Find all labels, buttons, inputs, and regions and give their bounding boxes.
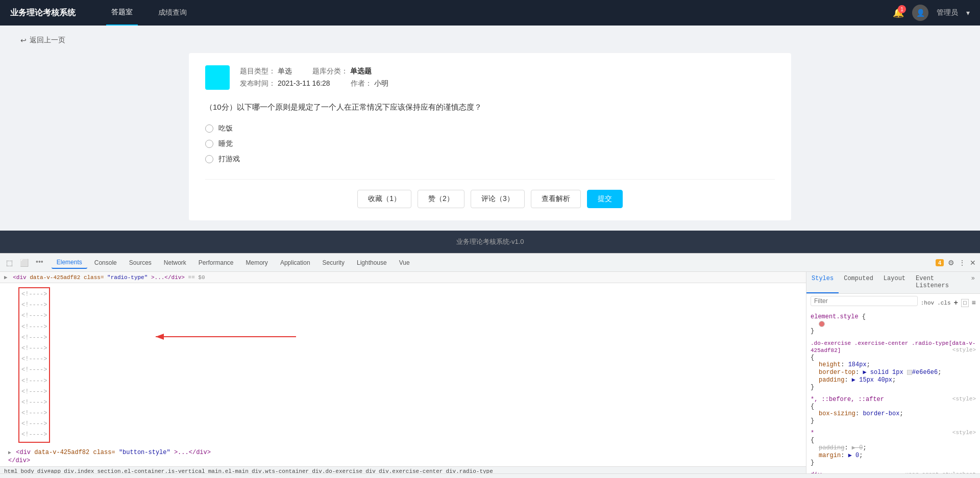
more-tabs-btn[interactable]: » [966,272,980,293]
cls-label[interactable]: .cls [937,300,950,306]
notification-bell[interactable]: 🔔 1 [893,7,904,18]
html-comment-11: <!----> [21,397,47,408]
devtools-tab-memory[interactable]: Memory [241,257,273,268]
devtools-tab-sources[interactable]: Sources [124,257,157,268]
collect-button[interactable]: 收藏（1） [357,190,411,208]
bc-app[interactable]: div#app [37,468,61,473]
bc-main[interactable]: main.el-main [208,468,249,473]
event-listeners-tab[interactable]: Event Listeners [911,272,966,293]
button-style-line: ▶ <div data-v-425adf82 class= "button-st… [4,449,802,456]
selected-attr-class-val: "radio-type" [107,274,148,281]
bc-html[interactable]: html [4,468,17,473]
devtools-icons: ⬚ ⬜ ••• [4,258,45,268]
devtools-tab-lighthouse[interactable]: Lighthouse [352,257,392,268]
styles-filter-input[interactable] [814,297,914,305]
force-state-icon[interactable]: □ [961,299,969,307]
bc-wts[interactable]: div.wts-container [252,468,309,473]
selected-tag: <div [13,274,26,281]
devtools-tab-performance[interactable]: Performance [193,257,239,268]
selected-element-line: ▶ <div data-v-425adf82 class= "radio-typ… [0,272,806,283]
closing-div-line: </div> [4,457,802,464]
border-color-swatch [907,370,912,375]
css-block-star: * <style> { padding: ▶ 0; margin: ▶ 0; } [811,430,976,466]
html-comment-1: <!----> [21,289,47,300]
type-label: 题目类型： 单选 [240,67,292,76]
add-style-btn[interactable]: + [954,299,958,307]
like-button[interactable]: 赞（2） [418,190,464,208]
css-source-line-1: .do-exercise .exercise-center .radio-typ… [811,340,976,354]
comment-button[interactable]: 评论（3） [471,190,525,208]
option-item-1[interactable]: 睡觉 [205,139,775,148]
devtools-device-icon[interactable]: ⬜ [18,258,31,268]
css-prop-height: height: 184px; [811,361,976,368]
bc-exercise-center[interactable]: div.exercise-center [379,468,443,473]
radio-0[interactable] [205,124,213,133]
nav-link-answer-room[interactable]: 答题室 [106,0,138,26]
question-card: 题目类型： 单选 题库分类： 单选题 发布时间： 2021-3-11 16:28… [189,53,791,220]
option-item-2[interactable]: 打游戏 [205,155,775,164]
analysis-button[interactable]: 查看解析 [531,190,581,208]
devtools-right-tabs: Styles Computed Layout Event Listeners » [806,272,980,294]
devtools-left-panel: ▶ <div data-v-425adf82 class= "radio-typ… [0,272,806,473]
css-prop-margin-star: margin: ▶ 0; [811,451,976,459]
more-styles-icon[interactable]: ≡ [972,299,976,307]
styles-panel: :hov .cls + □ ≡ element.style { } [806,294,980,473]
submit-button[interactable]: 提交 [587,190,623,208]
bc-section[interactable]: section.el-container.is-vertical [97,468,205,473]
nav-links: 答题室 成绩查询 [106,0,893,26]
computed-tab[interactable]: Computed [839,272,878,293]
expand-icon[interactable]: ▶ [8,450,11,456]
html-comment-6: <!----> [21,343,47,354]
devtools-tab-application[interactable]: Application [275,257,315,268]
devtools-tab-console[interactable]: Console [89,257,122,268]
option-item-0[interactable]: 吃饭 [205,124,775,133]
bc-exercise[interactable]: div.do-exercise [312,468,362,473]
nav-link-score-query[interactable]: 成绩查询 [153,0,192,26]
warning-badge: 4 [936,259,944,266]
question-meta-row-1: 题目类型： 单选 题库分类： 单选题 [240,67,388,76]
author-label: 作者： 小明 [351,79,388,88]
html-comment-9: <!----> [21,376,47,387]
css-close-brace-4: } [811,459,976,466]
css-close-brace-3: } [811,417,976,424]
radio-1[interactable] [205,140,213,148]
styles-tab[interactable]: Styles [806,272,839,293]
back-arrow-icon: ↩ [20,36,27,44]
selected-attr-data: data-v-425adf82 [30,274,80,281]
css-close-brace-1: } [811,328,976,335]
bc-index[interactable]: div.index [64,468,94,473]
radio-2[interactable] [205,155,213,163]
layout-tab[interactable]: Layout [878,272,911,293]
devtools-more-icon[interactable]: ⋮ [959,259,966,267]
html-comment-3: <!----> [21,311,47,321]
devtools-tab-security[interactable]: Security [317,257,350,268]
devtools-close-icon[interactable]: ✕ [970,259,976,267]
css-source-line-2: *, ::before, ::after <style> [811,396,976,403]
triangle-icon[interactable]: ▶ [4,274,8,281]
css-block-before-after: *, ::before, ::after <style> { box-sizin… [811,396,976,424]
app-logo: 业务理论考核系统 [10,8,76,18]
html-comment-8: <!----> [21,365,47,375]
page-footer: 业务理论考核系统-v1.0 [0,231,980,253]
html-comment-13: <!----> [21,419,47,430]
back-link[interactable]: ↩ 返回上一页 [20,36,960,45]
devtools-tab-network[interactable]: Network [159,257,191,268]
hov-label[interactable]: :hov [921,300,934,306]
devtools-tab-vue[interactable]: Vue [394,257,415,268]
html-comment-14: <!----> [21,430,47,440]
html-comment-4: <!----> [21,322,47,333]
devtools-settings-icon[interactable]: ⚙ [948,259,954,267]
bc-radio-type[interactable]: div.radio-type [446,468,493,473]
user-avatar: 👤 [912,5,928,21]
dropdown-icon[interactable]: ▾ [966,9,970,17]
bc-body[interactable]: body [20,468,34,473]
button-class-val: "button-style" [119,449,170,456]
styles-filter-input-container [811,296,918,306]
question-meta-details: 题目类型： 单选 题库分类： 单选题 发布时间： 2021-3-11 16:28… [240,67,388,88]
devtools-tab-elements[interactable]: Elements [52,257,87,269]
color-swatch-red[interactable] [819,321,825,327]
devtools-cursor-icon[interactable]: ⬚ [4,258,15,268]
bc-div[interactable]: div [365,468,376,473]
arrow-container [153,334,306,335]
devtools-bottom-breadcrumb: html body div#app div.index section.el-c… [0,466,806,473]
